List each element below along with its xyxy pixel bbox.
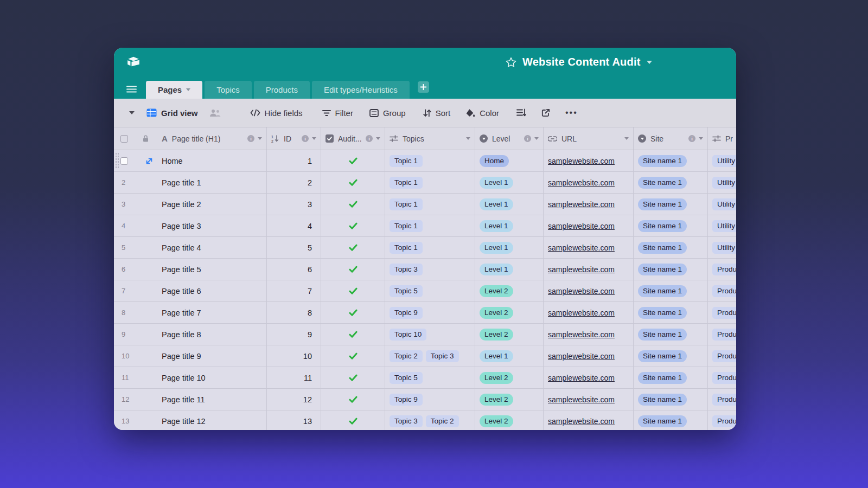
- cell-topics[interactable]: Topic 1: [385, 215, 475, 236]
- cell-level[interactable]: Level 2: [475, 324, 544, 345]
- cell-page-title[interactable]: Page title 1: [153, 172, 267, 193]
- url-link[interactable]: samplewebsite.com: [548, 309, 615, 317]
- cell-site[interactable]: Site name 1: [634, 410, 708, 430]
- cell-topics[interactable]: Topic 2Topic 3: [385, 345, 475, 367]
- url-link[interactable]: samplewebsite.com: [548, 222, 615, 230]
- cell-page-title[interactable]: Page title 6: [153, 280, 267, 301]
- cell-audited[interactable]: [321, 194, 385, 215]
- row-gutter[interactable]: 10: [114, 345, 153, 367]
- chevron-down-icon[interactable]: [534, 137, 539, 140]
- cell-site[interactable]: Site name 1: [634, 280, 708, 301]
- cell-page-title[interactable]: Page title 8: [153, 324, 267, 345]
- cell-site[interactable]: Site name 1: [634, 194, 708, 215]
- cell-url[interactable]: samplewebsite.com: [544, 150, 634, 171]
- cell-topics[interactable]: Topic 1: [385, 237, 475, 258]
- url-link[interactable]: samplewebsite.com: [548, 287, 615, 296]
- cell-level[interactable]: Level 2: [475, 302, 544, 323]
- cell-product[interactable]: Produ: [708, 410, 736, 430]
- cell-url[interactable]: samplewebsite.com: [544, 172, 634, 193]
- column-header-id[interactable]: 1 2 ID i: [267, 127, 321, 150]
- cell-page-title[interactable]: Page title 9: [153, 345, 267, 367]
- sort-button[interactable]: Sort: [423, 108, 451, 118]
- row-gutter[interactable]: 12: [114, 389, 153, 410]
- cell-url[interactable]: samplewebsite.com: [544, 194, 634, 215]
- url-link[interactable]: samplewebsite.com: [548, 417, 615, 426]
- group-button[interactable]: Group: [369, 108, 406, 118]
- cell-audited[interactable]: [321, 150, 385, 171]
- info-icon[interactable]: i: [366, 135, 373, 142]
- cell-audited[interactable]: [321, 280, 385, 301]
- color-button[interactable]: Color: [465, 108, 499, 118]
- row-gutter[interactable]: 9: [114, 324, 153, 345]
- grid-view-button[interactable]: Grid view: [146, 108, 198, 118]
- column-header-site[interactable]: Site i: [634, 127, 708, 150]
- cell-site[interactable]: Site name 1: [634, 389, 708, 410]
- chevron-down-icon[interactable]: [312, 137, 316, 140]
- base-title-group[interactable]: Website Content Audit: [506, 48, 652, 76]
- row-gutter[interactable]: 7: [114, 280, 153, 301]
- tab-caret-icon[interactable]: [186, 88, 190, 91]
- cell-product[interactable]: Produ: [708, 389, 736, 410]
- info-icon[interactable]: i: [524, 135, 531, 142]
- cell-site[interactable]: Site name 1: [634, 345, 708, 367]
- cell-audited[interactable]: [321, 324, 385, 345]
- url-link[interactable]: samplewebsite.com: [548, 243, 615, 252]
- column-header-products[interactable]: Pr: [708, 127, 736, 150]
- expand-record-icon[interactable]: [145, 157, 153, 165]
- cell-audited[interactable]: [321, 259, 385, 280]
- column-header-url[interactable]: URL: [544, 127, 634, 150]
- cell-product[interactable]: Utility: [708, 215, 736, 236]
- url-link[interactable]: samplewebsite.com: [548, 200, 615, 209]
- more-options-button[interactable]: •••: [565, 108, 578, 118]
- cell-page-title[interactable]: Page title 10: [153, 367, 267, 388]
- cell-audited[interactable]: [321, 302, 385, 323]
- cell-audited[interactable]: [321, 345, 385, 367]
- cell-level[interactable]: Level 2: [475, 367, 544, 388]
- cell-product[interactable]: Produ: [708, 280, 736, 301]
- url-link[interactable]: samplewebsite.com: [548, 178, 615, 187]
- cell-page-title[interactable]: Page title 12: [153, 410, 267, 430]
- chevron-down-icon[interactable]: [376, 137, 380, 140]
- cell-page-title[interactable]: Page title 2: [153, 194, 267, 215]
- chevron-down-icon[interactable]: [466, 137, 470, 140]
- cell-url[interactable]: samplewebsite.com: [544, 324, 634, 345]
- cell-url[interactable]: samplewebsite.com: [544, 280, 634, 301]
- cell-level[interactable]: Level 1: [475, 237, 544, 258]
- url-link[interactable]: samplewebsite.com: [548, 265, 615, 274]
- cell-page-title[interactable]: Page title 11: [153, 389, 267, 410]
- cell-topics[interactable]: Topic 9: [385, 302, 475, 323]
- cell-url[interactable]: samplewebsite.com: [544, 410, 634, 430]
- cell-product[interactable]: Produ: [708, 367, 736, 388]
- select-all-checkbox[interactable]: [120, 135, 128, 143]
- chevron-down-icon[interactable]: [699, 137, 703, 140]
- row-gutter[interactable]: 8: [114, 302, 153, 323]
- tab-edit-types-heuristics[interactable]: Edit types/Heuristics: [312, 81, 410, 99]
- cell-topics[interactable]: Topic 3: [385, 259, 475, 280]
- cell-url[interactable]: samplewebsite.com: [544, 215, 634, 236]
- url-link[interactable]: samplewebsite.com: [548, 157, 615, 165]
- url-link[interactable]: samplewebsite.com: [548, 395, 615, 404]
- cell-id[interactable]: 12: [267, 389, 321, 410]
- cell-topics[interactable]: Topic 1: [385, 150, 475, 171]
- cell-level[interactable]: Home: [475, 150, 544, 171]
- filter-button[interactable]: Filter: [322, 108, 353, 118]
- cell-product[interactable]: Utility: [708, 172, 736, 193]
- cell-id[interactable]: 7: [267, 280, 321, 301]
- cell-page-title[interactable]: Page title 4: [153, 237, 267, 258]
- cell-id[interactable]: 6: [267, 259, 321, 280]
- cell-id[interactable]: 5: [267, 237, 321, 258]
- cell-product[interactable]: Produ: [708, 324, 736, 345]
- cell-url[interactable]: samplewebsite.com: [544, 345, 634, 367]
- cell-id[interactable]: 4: [267, 215, 321, 236]
- cell-id[interactable]: 3: [267, 194, 321, 215]
- row-height-button[interactable]: [516, 108, 526, 117]
- row-gutter[interactable]: 5: [114, 237, 153, 258]
- cell-audited[interactable]: [321, 410, 385, 430]
- cell-page-title[interactable]: Page title 3: [153, 215, 267, 236]
- cell-level[interactable]: Level 1: [475, 172, 544, 193]
- share-view-button[interactable]: [541, 108, 550, 117]
- cell-audited[interactable]: [321, 367, 385, 388]
- view-sidebar-caret-icon[interactable]: [129, 111, 135, 114]
- url-link[interactable]: samplewebsite.com: [548, 352, 615, 361]
- cell-id[interactable]: 1: [267, 150, 321, 171]
